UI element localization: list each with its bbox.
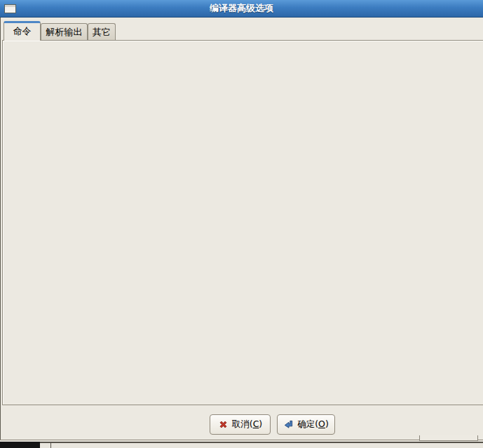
- ok-enter-arrow-icon: [283, 419, 294, 430]
- cancel-button-label: 取消(C): [232, 419, 263, 430]
- background-window-edge: [40, 442, 483, 443]
- background-window-divider: [50, 442, 51, 448]
- cancel-button[interactable]: 取消(C): [210, 414, 271, 435]
- tab-parse-output[interactable]: 解析输出: [41, 23, 88, 41]
- window-title: 编译器高级选项: [210, 2, 273, 15]
- tab-other[interactable]: 其它: [88, 23, 116, 41]
- title-bar[interactable]: 编译器高级选项: [0, 0, 483, 18]
- window-menu-icon[interactable]: [4, 4, 16, 13]
- background-windows-strip: [0, 440, 483, 448]
- ok-button[interactable]: 确定(O): [277, 414, 335, 435]
- background-dark-area: [0, 442, 40, 448]
- compiler-advanced-options-dialog: 编译器高级选项 命令 解析输出 其它 Command: Link object …: [0, 0, 483, 448]
- ok-button-label: 确定(O): [297, 419, 329, 430]
- background-scrollbar: [419, 435, 478, 441]
- commands-tab-page: [2, 40, 483, 405]
- tab-commands[interactable]: 命令: [4, 21, 41, 41]
- cancel-x-icon: [218, 419, 229, 430]
